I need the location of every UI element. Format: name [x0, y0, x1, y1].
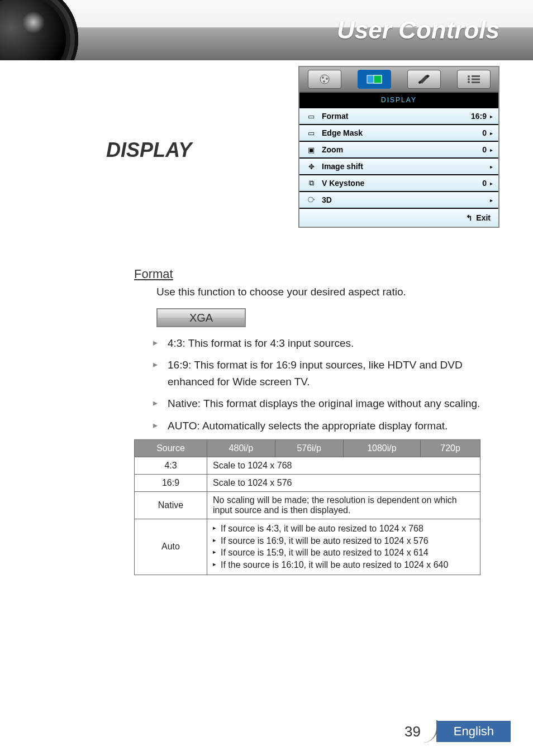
- th-1080: 1080i/p: [343, 440, 421, 457]
- osd-row-image-shift[interactable]: ✥ Image shift ▸: [299, 157, 498, 174]
- chevron-right-icon: ▸: [490, 147, 493, 153]
- osd-label: Image shift: [322, 162, 487, 171]
- footer-curve: [423, 720, 437, 743]
- osd-label: V Keystone: [322, 179, 482, 188]
- format-icon: ▭: [305, 112, 317, 121]
- osd-row-format[interactable]: ▭ Format 16:9 ▸: [299, 107, 498, 124]
- row-val-4-3: Scale to 1024 x 768: [207, 457, 480, 475]
- osd-header: DISPLAY: [299, 93, 498, 107]
- osd-label: Zoom: [322, 145, 482, 154]
- svg-rect-5: [374, 75, 382, 83]
- th-720: 720p: [421, 440, 480, 457]
- bullet-item: 4:3: This format is for 4:3 input source…: [151, 335, 499, 351]
- row-head-native: Native: [135, 492, 207, 519]
- page-number: 39: [404, 723, 421, 740]
- back-arrow-icon: ↰: [466, 213, 473, 222]
- svg-point-3: [323, 80, 325, 83]
- osd-row-zoom[interactable]: ▣ Zoom 0 ▸: [299, 141, 498, 157]
- svg-point-2: [326, 78, 328, 80]
- auto-line: If the source is 16:10, it will be auto …: [213, 559, 474, 571]
- bullet-item: 16:9: This format is for 16:9 input sour…: [151, 357, 499, 390]
- osd-exit[interactable]: ↰Exit: [299, 208, 498, 227]
- v-keystone-icon: ⧉: [305, 179, 317, 188]
- header-band: User Controls: [0, 0, 533, 60]
- table-row: 16:9 Scale to 1024 x 576: [135, 475, 480, 492]
- zoom-icon: ▣: [305, 146, 317, 154]
- svg-point-8: [468, 78, 470, 80]
- chevron-right-icon: ▸: [490, 130, 493, 136]
- osd-row-v-keystone[interactable]: ⧉ V Keystone 0 ▸: [299, 174, 498, 191]
- scale-table: Source 480i/p 576i/p 1080i/p 720p 4:3 Sc…: [134, 439, 480, 575]
- bullet-item: AUTO: Automatically selects the appropri…: [151, 418, 499, 434]
- display-tab-icon[interactable]: [358, 70, 391, 89]
- row-val-auto: If source is 4:3, it will be auto resize…: [207, 519, 480, 575]
- osd-value: 16:9: [471, 112, 487, 121]
- table-header-row: Source 480i/p 576i/p 1080i/p 720p: [135, 440, 480, 457]
- page-title: User Controls: [337, 16, 499, 44]
- svg-rect-7: [472, 75, 480, 77]
- svg-point-1: [322, 76, 324, 79]
- osd-label: 3D: [322, 195, 487, 204]
- osd-panel: DISPLAY ▭ Format 16:9 ▸ ▭ Edge Mask 0 ▸ …: [298, 66, 499, 228]
- th-source: Source: [135, 440, 207, 457]
- table-row: 4:3 Scale to 1024 x 768: [135, 457, 480, 475]
- th-576: 576i/p: [275, 440, 343, 457]
- edge-mask-icon: ▭: [305, 129, 317, 137]
- bullet-item: Native: This format displays the origina…: [151, 395, 499, 412]
- auto-line: If source is 16:9, it will be auto resiz…: [213, 535, 474, 547]
- chevron-right-icon: ▸: [490, 197, 493, 203]
- image-tab-icon[interactable]: [308, 70, 341, 89]
- th-480: 480i/p: [207, 440, 275, 457]
- row-val-native: No scaling will be made; the resolution …: [207, 492, 480, 519]
- svg-point-6: [468, 75, 470, 78]
- image-shift-icon: ✥: [305, 162, 317, 171]
- auto-line: If source is 4:3, it will be auto resize…: [213, 523, 474, 535]
- table-row: Auto If source is 4:3, it will be auto r…: [135, 519, 480, 575]
- table-row: Native No scaling will be made; the reso…: [135, 492, 480, 519]
- auto-line: If source is 15:9, it will be auto resiz…: [213, 547, 474, 559]
- osd-tabs: [299, 67, 498, 93]
- row-head-16-9: 16:9: [135, 475, 207, 492]
- osd-value: 0: [482, 145, 487, 154]
- lens-decoration: [0, 0, 78, 60]
- xga-box: XGA: [156, 308, 246, 327]
- row-val-16-9: Scale to 1024 x 576: [207, 475, 480, 492]
- chevron-right-icon: ▸: [490, 113, 493, 119]
- three-d-icon: ⧂: [305, 195, 317, 204]
- svg-point-10: [468, 81, 470, 83]
- setup-tab-icon[interactable]: [407, 70, 441, 89]
- format-bullets: 4:3: This format is for 4:3 input source…: [151, 335, 499, 434]
- osd-label: Edge Mask: [322, 128, 482, 137]
- row-head-4-3: 4:3: [135, 457, 207, 475]
- section-title: DISPLAY: [106, 138, 192, 162]
- options-tab-icon[interactable]: [457, 70, 491, 89]
- row-head-auto: Auto: [135, 519, 207, 575]
- chevron-right-icon: ▸: [490, 164, 493, 170]
- format-heading: Format: [134, 267, 499, 281]
- svg-rect-9: [472, 79, 480, 80]
- exit-label: Exit: [476, 213, 491, 222]
- footer: 39 English: [404, 720, 511, 743]
- osd-row-3d[interactable]: ⧂ 3D ▸: [299, 191, 498, 208]
- osd-value: 0: [482, 128, 487, 137]
- osd-value: 0: [482, 179, 487, 188]
- language-box: English: [436, 721, 511, 742]
- chevron-right-icon: ▸: [490, 180, 493, 186]
- format-desc: Use this function to choose your desired…: [156, 286, 499, 298]
- osd-label: Format: [322, 112, 471, 121]
- osd-row-edge-mask[interactable]: ▭ Edge Mask 0 ▸: [299, 124, 498, 141]
- svg-rect-11: [472, 82, 480, 83]
